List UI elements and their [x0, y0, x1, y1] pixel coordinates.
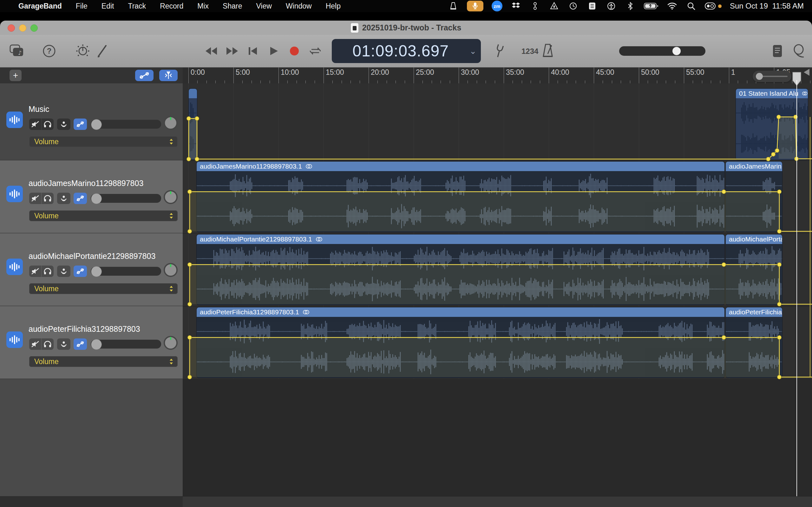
- automation-parameter-select[interactable]: Volume: [29, 210, 177, 221]
- lcd-display[interactable]: 01:09:03.697 ⌄: [332, 39, 481, 63]
- menu-item-track[interactable]: Track: [128, 2, 146, 10]
- automation-button[interactable]: [73, 193, 87, 204]
- menu-item-share[interactable]: Share: [223, 2, 242, 10]
- region-title-bar[interactable]: audioJamesMarin: [726, 162, 782, 171]
- mute-button[interactable]: [29, 118, 41, 130]
- region-title-bar[interactable]: audioJamesMarino11298897803.1: [197, 162, 724, 171]
- input-monitoring-button[interactable]: [57, 118, 70, 130]
- region-title-bar[interactable]: audioMichaelPorta: [726, 234, 782, 244]
- mute-button[interactable]: [29, 338, 41, 350]
- zoom-slider-thumb[interactable]: [756, 73, 763, 80]
- solo-button[interactable]: [42, 118, 54, 130]
- bluetooth-icon[interactable]: [625, 1, 636, 11]
- lcd-chevron-down-icon[interactable]: ⌄: [469, 46, 481, 56]
- loop-browser-button[interactable]: [792, 44, 806, 58]
- region-title-bar[interactable]: [189, 89, 197, 98]
- input-monitoring-button[interactable]: [57, 193, 70, 204]
- bottom-scroll-strip[interactable]: [0, 496, 812, 507]
- menu-item-garageband[interactable]: GarageBand: [18, 2, 62, 10]
- audio-region[interactable]: 01 Staten Island Alu: [736, 89, 808, 160]
- status-icon-2[interactable]: [549, 1, 560, 11]
- solo-button[interactable]: [42, 193, 54, 204]
- track-header[interactable]: Music Volume: [0, 83, 183, 160]
- library-button[interactable]: ♪: [9, 44, 24, 58]
- region-title-bar[interactable]: 01 Staten Island Alu: [736, 89, 808, 98]
- timeline-ruler[interactable]: 0:005:0010:0015:0020:0025:0030:0035:0040…: [183, 67, 812, 83]
- record-button[interactable]: [289, 46, 299, 56]
- spotlight-search-icon[interactable]: [686, 1, 697, 11]
- automation-parameter-select[interactable]: Volume: [29, 356, 177, 367]
- zoom-app-icon[interactable]: zm: [492, 1, 502, 11]
- pan-knob[interactable]: [164, 336, 177, 350]
- vlc-cone-icon[interactable]: [448, 1, 459, 11]
- time-machine-icon[interactable]: [568, 1, 578, 11]
- automation-button[interactable]: [73, 266, 87, 277]
- track-header[interactable]: audioMichaelPortantie21298897803 Volume: [0, 233, 183, 306]
- automation-parameter-select[interactable]: Volume: [29, 283, 177, 294]
- play-button[interactable]: [270, 46, 278, 56]
- region-title-bar[interactable]: audioPeterFilichia31298897803.1: [197, 307, 724, 317]
- pan-knob[interactable]: [164, 190, 177, 204]
- audio-region[interactable]: audioJamesMarin: [726, 162, 782, 232]
- automation-snap-button[interactable]: [159, 70, 177, 81]
- region-title-bar[interactable]: audioPeterFilichia: [726, 307, 782, 317]
- rewind-button[interactable]: [205, 47, 217, 55]
- mute-button[interactable]: [29, 266, 41, 277]
- dropbox-icon[interactable]: [511, 1, 521, 11]
- track-volume-slider[interactable]: [91, 340, 161, 349]
- track-volume-thumb[interactable]: [91, 266, 102, 277]
- track-header-empty-area[interactable]: [0, 379, 183, 496]
- track-volume-thumb[interactable]: [91, 193, 102, 204]
- menu-item-file[interactable]: File: [76, 2, 88, 10]
- solo-button[interactable]: [42, 338, 54, 350]
- menu-item-help[interactable]: Help: [326, 2, 341, 10]
- count-in-button[interactable]: 1234: [521, 47, 538, 56]
- audio-region[interactable]: audioPeterFilichia31298897803.1: [197, 307, 724, 378]
- track-header[interactable]: audioPeterFilichia31298897803 Volume: [0, 306, 183, 379]
- audio-region[interactable]: audioJamesMarino11298897803.1: [197, 162, 724, 232]
- add-track-button[interactable]: +: [9, 70, 21, 81]
- menu-item-record[interactable]: Record: [160, 2, 183, 10]
- cycle-button[interactable]: [309, 46, 322, 56]
- automation-button[interactable]: [73, 118, 87, 130]
- track-volume-slider[interactable]: [91, 194, 161, 203]
- horizontal-zoom-slider[interactable]: [753, 71, 792, 82]
- track-volume-thumb[interactable]: [91, 339, 102, 350]
- automation-button[interactable]: [73, 338, 87, 350]
- automation-parameter-select[interactable]: Volume: [29, 136, 177, 147]
- master-volume-slider[interactable]: [619, 46, 705, 56]
- audio-region[interactable]: audioMichaelPorta: [726, 234, 782, 305]
- editors-button[interactable]: [96, 44, 108, 58]
- menu-item-view[interactable]: View: [256, 2, 271, 10]
- passwords-icon[interactable]: [587, 1, 598, 11]
- pan-knob[interactable]: [164, 263, 177, 277]
- quick-help-button[interactable]: ?: [43, 44, 56, 58]
- audio-region[interactable]: audioMichaelPortantie21298897803.1: [197, 234, 724, 305]
- audio-region[interactable]: [189, 89, 197, 160]
- microphone-active-icon[interactable]: [467, 1, 484, 11]
- status-icon-1[interactable]: [530, 1, 541, 11]
- show-automation-button[interactable]: [135, 70, 154, 81]
- smart-controls-button[interactable]: [75, 44, 90, 58]
- battery-icon[interactable]: [644, 1, 658, 11]
- menu-item-mix[interactable]: Mix: [197, 2, 209, 10]
- track-volume-slider[interactable]: [91, 120, 161, 129]
- menu-item-edit[interactable]: Edit: [101, 2, 114, 10]
- fast-forward-button[interactable]: [226, 47, 239, 55]
- pan-knob[interactable]: [164, 116, 177, 130]
- track-header[interactable]: audioJamesMarino11298897803 Volume: [0, 160, 183, 233]
- input-monitoring-button[interactable]: [57, 338, 70, 350]
- control-center-icon[interactable]: [705, 1, 716, 11]
- ruler-scroll-arrow-icon[interactable]: [804, 69, 809, 77]
- metronome-button[interactable]: [541, 43, 554, 59]
- master-volume-thumb[interactable]: [672, 47, 681, 55]
- menu-item-window[interactable]: Window: [286, 2, 312, 10]
- track-volume-thumb[interactable]: [91, 119, 102, 130]
- menu-clock[interactable]: Sun Oct 19 11:58 AM: [730, 2, 804, 10]
- note-pads-button[interactable]: [772, 44, 783, 58]
- wifi-icon[interactable]: [667, 1, 677, 11]
- accessibility-icon[interactable]: [606, 1, 617, 11]
- region-title-bar[interactable]: audioMichaelPortantie21298897803.1: [197, 234, 724, 244]
- track-volume-slider[interactable]: [91, 267, 161, 276]
- solo-button[interactable]: [42, 266, 54, 277]
